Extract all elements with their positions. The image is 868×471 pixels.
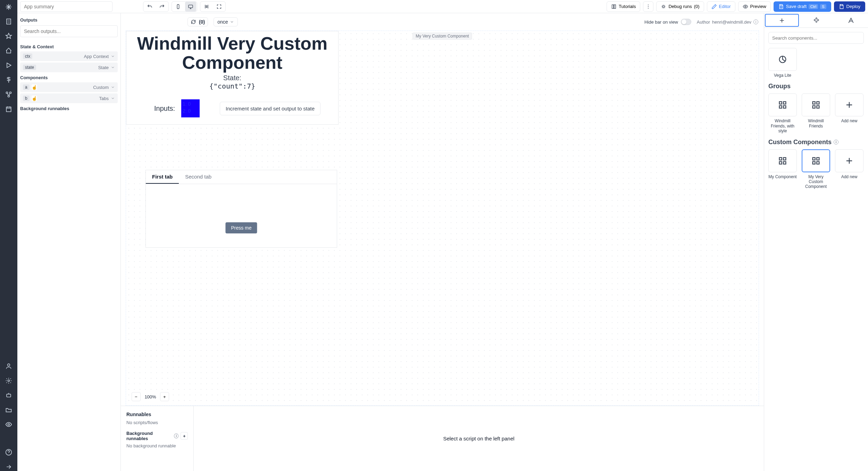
- increment-button[interactable]: Increment state and set output to state: [220, 102, 320, 115]
- folder-icon[interactable]: [5, 406, 13, 414]
- run-mode-label: once: [217, 19, 228, 25]
- card-vega-lite[interactable]: Vega Lite: [768, 48, 797, 78]
- component-row-b[interactable]: b☝ Tabs: [20, 93, 118, 103]
- tutorials-button[interactable]: Tutorials: [607, 1, 640, 12]
- debug-runs-button[interactable]: Debug runs (0): [656, 1, 704, 12]
- runnables-hint: Select a script on the left panel: [194, 406, 764, 471]
- card-my-very-custom-component[interactable]: My Very Custom Component: [802, 149, 830, 189]
- chevron-down-icon: [111, 65, 115, 69]
- groups-heading: Groups: [768, 83, 864, 90]
- run-mode-select[interactable]: once: [214, 17, 238, 26]
- info-icon[interactable]: i: [174, 433, 178, 438]
- debug-runs-label: Debug runs: [668, 4, 692, 9]
- app-summary-input[interactable]: [20, 1, 112, 12]
- align-button[interactable]: [201, 2, 212, 11]
- card-group-windmill-friends[interactable]: Windmill Friends: [802, 93, 830, 133]
- rp-tab-components[interactable]: [800, 13, 834, 27]
- svg-rect-33: [817, 162, 819, 164]
- zoom-in-button[interactable]: +: [160, 392, 169, 401]
- canvas[interactable]: Windmill Very Custom Component State: {"…: [126, 31, 759, 406]
- runnables-panel: Runnables No scripts/flows Background ru…: [121, 406, 764, 471]
- building-icon[interactable]: [5, 17, 13, 26]
- info-icon[interactable]: i: [834, 140, 838, 144]
- bg-runnables-empty: No background runnable: [126, 443, 188, 448]
- editor-button[interactable]: Editor: [707, 1, 735, 12]
- logo-icon[interactable]: [5, 3, 13, 11]
- svg-rect-7: [7, 394, 11, 397]
- svg-rect-21: [783, 106, 786, 108]
- expand-icon[interactable]: [5, 463, 13, 471]
- component-row-a[interactable]: a☝ Custom: [20, 82, 118, 92]
- components-search-input[interactable]: [768, 32, 864, 44]
- outputs-search-input[interactable]: [20, 25, 118, 37]
- card-add-custom-component[interactable]: Add new: [835, 149, 863, 189]
- play-icon[interactable]: [5, 61, 13, 69]
- state-row-ctx[interactable]: ctx App Context: [20, 51, 118, 61]
- star-icon[interactable]: [5, 32, 13, 40]
- svg-rect-10: [177, 5, 179, 9]
- toolbar: Tutorials Debug runs (0) Editor Preview …: [17, 0, 868, 13]
- debug-runs-count: (0): [694, 4, 700, 9]
- rp-tab-style[interactable]: [834, 13, 868, 27]
- eye-icon[interactable]: [5, 420, 13, 429]
- card-my-component[interactable]: My Component: [768, 149, 797, 189]
- bg-runnables-title: Background runnables: [126, 431, 172, 441]
- add-new-group-label: Add new: [841, 118, 858, 123]
- info-icon[interactable]: i: [753, 19, 758, 24]
- dollar-icon[interactable]: [5, 76, 13, 84]
- state-row-state[interactable]: state State: [20, 63, 118, 72]
- press-me-button[interactable]: Press me: [225, 222, 257, 233]
- bot-icon[interactable]: [5, 391, 13, 399]
- svg-rect-23: [817, 102, 819, 104]
- custom-component-card[interactable]: Windmill Very Custom Component State: {"…: [126, 31, 339, 125]
- tabs-component[interactable]: First tab Second tab Press me: [145, 170, 337, 248]
- help-icon[interactable]: [5, 448, 13, 456]
- card-add-group[interactable]: Add new: [835, 93, 863, 133]
- svg-point-15: [663, 6, 665, 7]
- deploy-button[interactable]: Deploy: [834, 1, 865, 12]
- inputs-box: 1: 0 2: 0: [181, 99, 200, 117]
- viewport-group: [172, 1, 197, 12]
- refresh-group[interactable]: (0): [187, 17, 208, 26]
- state-tag: state: [23, 65, 36, 70]
- comp-a-label: Custom: [93, 85, 109, 90]
- preview-button[interactable]: Preview: [738, 1, 771, 12]
- canvas-bar: (0) once My Very Custom Component Hide b…: [121, 13, 764, 31]
- mobile-view-button[interactable]: [173, 2, 184, 11]
- nodes-icon[interactable]: [5, 90, 13, 99]
- users-icon[interactable]: [5, 362, 13, 370]
- hide-bar-toggle[interactable]: [681, 19, 691, 25]
- redo-button[interactable]: [157, 2, 168, 11]
- tooltip-chip: My Very Custom Component: [412, 33, 472, 40]
- fullscreen-button[interactable]: [214, 2, 225, 11]
- state-value-text: {"count":7}: [133, 82, 331, 90]
- svg-rect-28: [779, 162, 782, 164]
- author-info: Author henri@windmill.dev i: [697, 19, 758, 25]
- zoom-out-button[interactable]: −: [132, 392, 141, 401]
- gear-icon[interactable]: [5, 377, 13, 385]
- add-bg-runnable-button[interactable]: +: [181, 432, 188, 440]
- state-label-text: State:: [133, 74, 331, 82]
- rp-tab-add[interactable]: [765, 14, 799, 27]
- state-context-label: State & Context: [20, 44, 118, 49]
- undo-button[interactable]: [144, 2, 155, 11]
- chevron-down-icon: [230, 20, 234, 24]
- save-kbd-s: S: [820, 4, 826, 9]
- hide-bar-label: Hide bar on view: [644, 19, 678, 25]
- more-button[interactable]: [643, 1, 653, 12]
- custom-comp-title: Windmill Very Custom Component: [133, 34, 331, 72]
- author-email: henri@windmill.dev: [712, 19, 751, 25]
- add-new-cc-label: Add new: [841, 174, 858, 179]
- tab-second[interactable]: Second tab: [179, 170, 218, 184]
- tab-first[interactable]: First tab: [146, 170, 179, 184]
- outputs-title: Outputs: [20, 17, 118, 23]
- author-label: Author: [697, 19, 710, 25]
- svg-rect-0: [7, 19, 11, 24]
- desktop-view-button[interactable]: [185, 2, 196, 11]
- inputs-label: Inputs:: [154, 105, 175, 113]
- calendar-icon[interactable]: [5, 105, 13, 113]
- card-group-windmill-friends-style[interactable]: Windmill Friends, with style: [768, 93, 797, 133]
- home-icon[interactable]: [5, 47, 13, 55]
- svg-point-12: [648, 5, 649, 5]
- save-draft-button[interactable]: Save draftCtrlS: [774, 1, 831, 12]
